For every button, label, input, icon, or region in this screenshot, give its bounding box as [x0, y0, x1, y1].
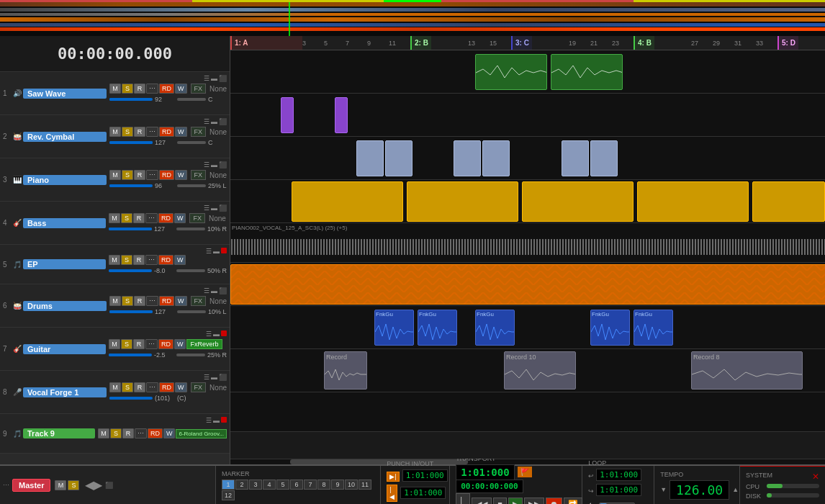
track-7-clip-5[interactable]: FnkGu [634, 310, 673, 346]
track-5-w[interactable]: W [174, 255, 186, 265]
track-8-fx[interactable]: FX [191, 382, 207, 392]
track-4-clip-3[interactable] [522, 181, 634, 222]
track-1-menu-icon[interactable]: ☰ [204, 75, 209, 82]
track-3-solo[interactable]: S [122, 170, 133, 180]
track-8-rd[interactable]: RD [159, 382, 174, 392]
track-7-vol-slider[interactable] [109, 354, 152, 356]
tempo-value[interactable]: 126.00 [670, 480, 729, 500]
track-4-clip-1[interactable] [292, 181, 403, 222]
track-6-dot[interactable]: ⋯ [146, 296, 158, 306]
transport-back-start[interactable]: |◀ [456, 493, 470, 505]
marker-btn-11[interactable]: 11 [359, 480, 371, 490]
track-4-fx[interactable]: FX [189, 213, 205, 223]
track-1-name[interactable]: Saw Wave [23, 89, 107, 99]
track-7-collapse-icon[interactable]: ▬ [213, 330, 220, 338]
track-6-menu-icon[interactable]: ☰ [204, 287, 209, 294]
track-2-dot[interactable]: ⋯ [146, 127, 158, 137]
track-4-dot[interactable]: ⋯ [145, 213, 158, 223]
track-1-fx[interactable]: FX [191, 84, 207, 94]
track-1-rd[interactable]: RD [159, 84, 174, 94]
track-5-mute[interactable]: M [109, 255, 120, 265]
track-2-mute[interactable]: M [109, 127, 121, 137]
track-2-w[interactable]: W [175, 127, 187, 137]
track-6-name[interactable]: Drums [23, 301, 107, 311]
track-3-name[interactable]: Piano [23, 175, 107, 185]
master-button[interactable]: Master [12, 479, 50, 492]
marker-btn-12[interactable]: 12 [222, 490, 235, 500]
marker-btn-6[interactable]: 6 [290, 480, 303, 490]
master-solo[interactable]: S [68, 480, 79, 490]
track-4-menu-icon[interactable]: ☰ [204, 204, 209, 212]
track-3-rd[interactable]: RD [159, 170, 174, 180]
track-2-rd[interactable]: RD [159, 127, 174, 137]
track-9-w[interactable]: W [163, 428, 176, 438]
track-5-rd[interactable]: RD [158, 255, 173, 265]
track-3-clip-3[interactable] [454, 140, 481, 176]
tempo-down-icon[interactable]: ▼ [660, 486, 667, 493]
track-8-rec[interactable]: R [134, 382, 145, 392]
track-2-rec[interactable]: R [134, 127, 145, 137]
track-7-clip-1[interactable]: FnkGu [374, 310, 414, 346]
track-8-vol-slider[interactable] [109, 397, 153, 400]
track-3-menu-icon[interactable]: ☰ [204, 161, 209, 168]
transport-loop-toggle[interactable]: 🔁 [564, 498, 582, 505]
track-7-pan-slider[interactable] [176, 354, 205, 356]
marker-btn-1[interactable]: 1 [222, 480, 235, 490]
track-7-solo[interactable]: S [121, 339, 132, 349]
marker-btn-8[interactable]: 8 [317, 480, 330, 490]
track-7-rec[interactable]: R [133, 339, 145, 349]
track-8-collapse-icon[interactable]: ▬ [211, 374, 217, 381]
loop-end[interactable]: 1:01:000 [596, 484, 641, 496]
track-1-resize-icon[interactable]: ⬛ [219, 75, 227, 82]
track-1-pan-slider[interactable] [177, 98, 206, 101]
track-1-mute[interactable]: M [109, 84, 121, 94]
punch-out-val[interactable]: 1:01:000 [400, 487, 446, 499]
track-8-clip-record8[interactable]: Record 8 [691, 351, 803, 390]
track-4-pan-slider[interactable] [176, 228, 205, 230]
track-5-collapse-icon[interactable]: ▬ [213, 248, 220, 255]
track-5-menu-icon[interactable]: ☰ [206, 248, 212, 255]
track-9-mute[interactable]: M [98, 428, 109, 438]
track-7-clip-2[interactable]: FnkGu [418, 310, 457, 346]
track-6-collapse-icon[interactable]: ▬ [211, 287, 217, 294]
track-9-solo[interactable]: S [110, 428, 122, 438]
punch-in-icon[interactable]: ▶| [387, 472, 399, 482]
track-3-pan-slider[interactable] [177, 184, 206, 187]
track-4-rec[interactable]: R [133, 213, 145, 223]
transport-flag[interactable]: 🚩 [518, 467, 532, 477]
track-8-clip-record[interactable]: Record [324, 351, 367, 390]
track-8-w[interactable]: W [175, 382, 187, 392]
track-4-solo[interactable]: S [121, 213, 132, 223]
master-expand-icon[interactable]: ⬛ [105, 482, 113, 489]
transport-sub-time[interactable]: 00:00:00:000 [456, 480, 523, 493]
track-1-clip-2[interactable] [551, 54, 623, 90]
track-6-resize-icon[interactable]: ⬛ [219, 287, 227, 294]
track-8-mute[interactable]: M [109, 382, 121, 392]
track-9-collapse-icon[interactable]: ▬ [213, 417, 220, 424]
track-4-clip-4[interactable] [637, 181, 749, 222]
track-9-rd[interactable]: RD [148, 428, 163, 438]
track-2-clip-2[interactable] [335, 97, 348, 133]
track-8-dot[interactable]: ⋯ [146, 382, 158, 392]
track-2-collapse-icon[interactable]: ▬ [211, 118, 217, 125]
track-2-solo[interactable]: S [122, 127, 133, 137]
track-6-w[interactable]: W [175, 296, 187, 306]
track-3-clip-6[interactable] [590, 140, 618, 176]
timeline-ruler[interactable]: 1: A 3 5 7 9 11 2: B 13 15 3: C 19 [230, 36, 825, 50]
track-8-name[interactable]: Vocal Forge 1 [23, 387, 107, 397]
track-4-resize-icon[interactable]: ⬛ [219, 204, 227, 212]
track-1-rec[interactable]: R [134, 84, 145, 94]
track-9-fx-label[interactable]: 6-Roland Groov... [176, 429, 227, 438]
track-6-solo[interactable]: S [122, 296, 133, 306]
track-9-dot[interactable]: ⋯ [135, 428, 147, 438]
track-3-mute[interactable]: M [109, 170, 121, 180]
tempo-up-icon[interactable]: ▲ [732, 486, 739, 493]
track-7-w[interactable]: W [174, 339, 186, 349]
track-3-clip-2[interactable] [385, 140, 412, 176]
marker-btn-7[interactable]: 7 [304, 480, 317, 490]
track-9-menu-icon[interactable]: ☰ [206, 417, 212, 424]
loop-start[interactable]: 1:01:000 [596, 469, 641, 481]
transport-main-time[interactable]: 1:01:000 [456, 464, 514, 480]
track-1-solo[interactable]: S [122, 84, 133, 94]
track-3-resize-icon[interactable]: ⬛ [219, 161, 227, 168]
